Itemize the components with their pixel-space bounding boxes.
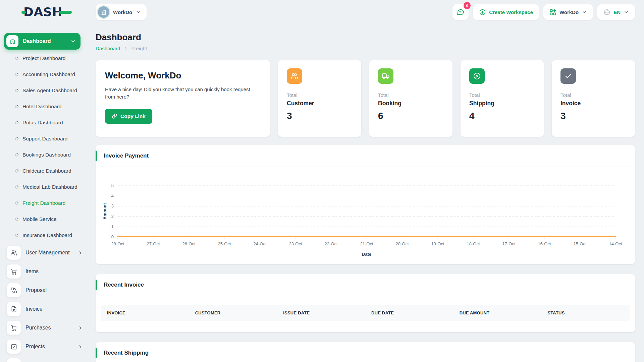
bullet-ring-icon bbox=[14, 185, 19, 189]
link-icon bbox=[112, 113, 117, 119]
table-header-row: INVOICE CUSTOMER ISSUE DATE DUE DATE DUE… bbox=[101, 305, 630, 321]
globe-icon bbox=[603, 9, 610, 16]
svg-text:28-Oct: 28-Oct bbox=[111, 241, 124, 246]
overview-cards-row: Welcome, WorkDo Have a nice day! Did you… bbox=[96, 60, 635, 137]
chevron-right-icon bbox=[78, 325, 83, 330]
sidebar-item-dashboard[interactable]: Dashboard bbox=[4, 33, 80, 50]
sidebar-item-label: Medical Lab Dashboard bbox=[22, 184, 77, 190]
chevron-down-icon bbox=[582, 9, 587, 15]
sidebar-item-label: Items bbox=[25, 268, 39, 275]
chevron-right-icon bbox=[78, 344, 83, 349]
bullet-ring-icon bbox=[14, 120, 19, 125]
sidebar-item-items[interactable]: Items bbox=[4, 262, 89, 281]
stat-card-invoice: Total Invoice 3 bbox=[552, 60, 635, 137]
stat-label: Customer bbox=[287, 100, 353, 107]
bullet-ring-icon bbox=[14, 153, 19, 157]
svg-text:22-Oct: 22-Oct bbox=[324, 241, 337, 246]
bullet-ring-icon bbox=[14, 233, 19, 238]
stat-card-shipping: Total Shipping 4 bbox=[461, 60, 544, 137]
invoice-payment-chart-area: 01234528-Oct27-Oct26-Oct25-Oct24-Oct23-O… bbox=[96, 167, 635, 264]
svg-text:25-Oct: 25-Oct bbox=[218, 241, 231, 246]
sidebar-item-invoice[interactable]: Invoice bbox=[4, 300, 89, 318]
truck-icon bbox=[382, 72, 390, 80]
sidebar-item-user-management[interactable]: User Management bbox=[4, 243, 89, 262]
sidebar-item-label: Freight Dashboard bbox=[22, 200, 65, 206]
svg-text:1: 1 bbox=[111, 224, 114, 229]
copy-link-button[interactable]: Copy Link bbox=[105, 109, 152, 124]
invoice-payment-header: Invoice Payment bbox=[96, 145, 635, 167]
sidebar-item-hotel-dashboard[interactable]: Hotel Dashboard bbox=[4, 99, 89, 115]
svg-text:2: 2 bbox=[111, 214, 114, 219]
grid-plus-icon bbox=[549, 9, 556, 16]
bullet-ring-icon bbox=[14, 88, 19, 93]
svg-text:26-Oct: 26-Oct bbox=[182, 241, 195, 246]
sidebar-item-medical-lab-dashboard[interactable]: Medical Lab Dashboard bbox=[4, 179, 89, 195]
sidebar-item-bookings-dashboard[interactable]: Bookings Dashboard bbox=[4, 147, 89, 163]
swap-squares-icon bbox=[10, 287, 17, 294]
messages-button[interactable]: 0 bbox=[452, 4, 469, 20]
sidebar-item-projects[interactable]: Projects bbox=[4, 337, 89, 356]
sidebar-item-support-dashboard[interactable]: Support Dashboard bbox=[4, 131, 89, 147]
breadcrumb-dashboard-link[interactable]: Dashboard bbox=[96, 46, 120, 51]
logo-accent-bar bbox=[59, 11, 72, 14]
chevron-right-icon bbox=[123, 46, 128, 51]
sidebar-item-proposal[interactable]: Proposal bbox=[4, 281, 89, 300]
stat-card-booking: Total Booking 6 bbox=[369, 60, 452, 137]
page-title: Dashboard bbox=[96, 32, 635, 43]
invoice-payment-title: Invoice Payment bbox=[104, 153, 149, 159]
sidebar-item-purchases[interactable]: Purchases bbox=[4, 318, 89, 337]
svg-text:21-Oct: 21-Oct bbox=[360, 241, 373, 246]
sidebar-item-label: Bookings Dashboard bbox=[22, 152, 71, 158]
bullet-ring-icon bbox=[14, 217, 19, 222]
language-menu-button[interactable]: EN bbox=[597, 4, 635, 20]
stat-label: Booking bbox=[378, 100, 444, 107]
workspace-menu-button[interactable]: WorkDo bbox=[543, 4, 593, 20]
sidebar-item-insurance-dashboard[interactable]: Insurance Dashboard bbox=[4, 227, 89, 243]
sidebar-item-childcare-dashboard[interactable]: Childcare Dashboard bbox=[4, 163, 89, 179]
sidebar-item-label: Invoice bbox=[25, 306, 43, 312]
sidebar-item-label: Dashboard bbox=[23, 38, 51, 44]
svg-text:19-Oct: 19-Oct bbox=[431, 241, 444, 246]
language-menu-label: EN bbox=[613, 9, 621, 15]
sidebar-item-label: Mobile Service bbox=[22, 216, 57, 222]
invoice-icon-tile bbox=[7, 302, 21, 316]
column-header-customer: CUSTOMER bbox=[189, 305, 277, 321]
sidebar-item-label: Support Dashboard bbox=[22, 136, 67, 142]
check-square-icon bbox=[10, 343, 17, 350]
recent-invoice-title: Recent Invoice bbox=[104, 282, 144, 288]
recent-invoice-table-wrap: INVOICE CUSTOMER ISSUE DATE DUE DATE DUE… bbox=[101, 305, 630, 332]
user-management-icon-tile bbox=[7, 246, 21, 260]
sidebar-item-rotas-dashboard[interactable]: Rotas Dashboard bbox=[4, 115, 89, 131]
column-header-due-date: DUE DATE bbox=[365, 305, 453, 321]
sidebar-item-mobile-service[interactable]: Mobile Service bbox=[4, 211, 89, 227]
workspace-avatar bbox=[98, 6, 109, 18]
purchases-icon-tile bbox=[7, 321, 21, 335]
column-header-invoice: INVOICE bbox=[101, 305, 189, 321]
create-workspace-button[interactable]: Create Workspace bbox=[473, 4, 539, 20]
welcome-card: Welcome, WorkDo Have a nice day! Did you… bbox=[96, 60, 270, 137]
recent-invoice-card: Recent Invoice INVOICE CUSTOMER ISSUE DA… bbox=[96, 274, 635, 332]
sidebar-item-freight-dashboard[interactable]: Freight Dashboard bbox=[4, 195, 89, 211]
svg-text:0: 0 bbox=[111, 234, 114, 239]
svg-text:5: 5 bbox=[111, 183, 114, 188]
welcome-title: Welcome, WorkDo bbox=[105, 70, 261, 81]
dash-logo[interactable]: DASH bbox=[21, 6, 72, 18]
sidebar-item-partial[interactable] bbox=[4, 356, 89, 362]
sidebar-item-accounting-dashboard[interactable]: Accounting Dashboard bbox=[4, 66, 89, 82]
sidebar-item-project-dashboard[interactable]: Project Dashboard bbox=[4, 50, 89, 66]
compass-icon bbox=[473, 72, 481, 80]
logo-text: DASH bbox=[23, 6, 62, 18]
workspace-menu-label: WorkDo bbox=[559, 9, 579, 15]
invoice-stat-icon-tile bbox=[560, 68, 576, 84]
sidebar-item-label: Project Dashboard bbox=[22, 55, 65, 61]
recent-shipping-card: Recent Shipping bbox=[96, 342, 635, 362]
workspace-switcher[interactable]: WorkDo bbox=[96, 4, 147, 20]
svg-text:15-Oct: 15-Oct bbox=[573, 241, 586, 246]
dashboard-submenu: Project Dashboard Accounting Dashboard S… bbox=[4, 50, 89, 243]
users-icon bbox=[10, 249, 17, 256]
sidebar-item-label: Childcare Dashboard bbox=[22, 168, 71, 174]
sidebar-item-sales-agent-dashboard[interactable]: Sales Agent Dashboard bbox=[4, 82, 89, 99]
cart-icon bbox=[10, 324, 17, 331]
plus-circle-icon bbox=[479, 9, 486, 16]
stat-card-customer: Total Customer 3 bbox=[278, 60, 361, 137]
